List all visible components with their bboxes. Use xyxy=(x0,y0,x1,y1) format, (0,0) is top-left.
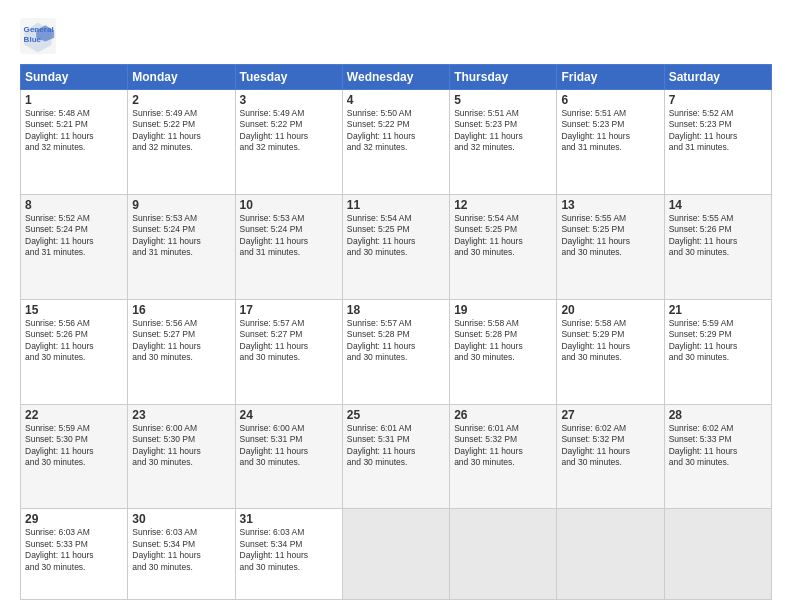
day-info: Sunrise: 5:52 AM Sunset: 5:23 PM Dayligh… xyxy=(669,108,767,154)
weekday-header: Sunday xyxy=(21,65,128,90)
day-info: Sunrise: 5:56 AM Sunset: 5:27 PM Dayligh… xyxy=(132,318,230,364)
day-number: 15 xyxy=(25,303,123,317)
day-info: Sunrise: 5:52 AM Sunset: 5:24 PM Dayligh… xyxy=(25,213,123,259)
day-number: 16 xyxy=(132,303,230,317)
calendar-cell xyxy=(664,509,771,600)
calendar-cell: 3Sunrise: 5:49 AM Sunset: 5:22 PM Daylig… xyxy=(235,90,342,195)
calendar-cell: 30Sunrise: 6:03 AM Sunset: 5:34 PM Dayli… xyxy=(128,509,235,600)
day-number: 4 xyxy=(347,93,445,107)
day-number: 17 xyxy=(240,303,338,317)
day-info: Sunrise: 5:57 AM Sunset: 5:28 PM Dayligh… xyxy=(347,318,445,364)
calendar-cell: 11Sunrise: 5:54 AM Sunset: 5:25 PM Dayli… xyxy=(342,194,449,299)
day-number: 10 xyxy=(240,198,338,212)
calendar-cell: 14Sunrise: 5:55 AM Sunset: 5:26 PM Dayli… xyxy=(664,194,771,299)
day-info: Sunrise: 5:54 AM Sunset: 5:25 PM Dayligh… xyxy=(347,213,445,259)
calendar-cell: 8Sunrise: 5:52 AM Sunset: 5:24 PM Daylig… xyxy=(21,194,128,299)
calendar-cell: 13Sunrise: 5:55 AM Sunset: 5:25 PM Dayli… xyxy=(557,194,664,299)
calendar-header-row: SundayMondayTuesdayWednesdayThursdayFrid… xyxy=(21,65,772,90)
calendar-cell: 19Sunrise: 5:58 AM Sunset: 5:28 PM Dayli… xyxy=(450,299,557,404)
logo-icon: General Blue xyxy=(20,18,56,54)
day-info: Sunrise: 5:50 AM Sunset: 5:22 PM Dayligh… xyxy=(347,108,445,154)
page: General Blue SundayMondayTuesdayWednesda… xyxy=(0,0,792,612)
day-info: Sunrise: 5:53 AM Sunset: 5:24 PM Dayligh… xyxy=(132,213,230,259)
day-number: 22 xyxy=(25,408,123,422)
day-info: Sunrise: 6:01 AM Sunset: 5:31 PM Dayligh… xyxy=(347,423,445,469)
day-number: 23 xyxy=(132,408,230,422)
day-number: 24 xyxy=(240,408,338,422)
day-info: Sunrise: 5:51 AM Sunset: 5:23 PM Dayligh… xyxy=(454,108,552,154)
day-number: 18 xyxy=(347,303,445,317)
day-number: 8 xyxy=(25,198,123,212)
day-number: 9 xyxy=(132,198,230,212)
calendar-cell: 28Sunrise: 6:02 AM Sunset: 5:33 PM Dayli… xyxy=(664,404,771,509)
calendar-cell: 7Sunrise: 5:52 AM Sunset: 5:23 PM Daylig… xyxy=(664,90,771,195)
day-info: Sunrise: 5:57 AM Sunset: 5:27 PM Dayligh… xyxy=(240,318,338,364)
calendar-cell: 27Sunrise: 6:02 AM Sunset: 5:32 PM Dayli… xyxy=(557,404,664,509)
day-number: 6 xyxy=(561,93,659,107)
header: General Blue xyxy=(20,18,772,54)
calendar-cell: 24Sunrise: 6:00 AM Sunset: 5:31 PM Dayli… xyxy=(235,404,342,509)
day-info: Sunrise: 6:00 AM Sunset: 5:31 PM Dayligh… xyxy=(240,423,338,469)
day-info: Sunrise: 6:02 AM Sunset: 5:33 PM Dayligh… xyxy=(669,423,767,469)
weekday-header: Saturday xyxy=(664,65,771,90)
day-info: Sunrise: 5:55 AM Sunset: 5:26 PM Dayligh… xyxy=(669,213,767,259)
day-info: Sunrise: 5:55 AM Sunset: 5:25 PM Dayligh… xyxy=(561,213,659,259)
day-info: Sunrise: 6:03 AM Sunset: 5:34 PM Dayligh… xyxy=(240,527,338,573)
calendar-cell: 16Sunrise: 5:56 AM Sunset: 5:27 PM Dayli… xyxy=(128,299,235,404)
day-info: Sunrise: 6:03 AM Sunset: 5:34 PM Dayligh… xyxy=(132,527,230,573)
day-info: Sunrise: 5:58 AM Sunset: 5:29 PM Dayligh… xyxy=(561,318,659,364)
weekday-header: Tuesday xyxy=(235,65,342,90)
day-info: Sunrise: 5:53 AM Sunset: 5:24 PM Dayligh… xyxy=(240,213,338,259)
calendar-cell: 21Sunrise: 5:59 AM Sunset: 5:29 PM Dayli… xyxy=(664,299,771,404)
calendar-cell xyxy=(557,509,664,600)
calendar-cell: 25Sunrise: 6:01 AM Sunset: 5:31 PM Dayli… xyxy=(342,404,449,509)
day-number: 13 xyxy=(561,198,659,212)
calendar-cell: 9Sunrise: 5:53 AM Sunset: 5:24 PM Daylig… xyxy=(128,194,235,299)
day-info: Sunrise: 5:54 AM Sunset: 5:25 PM Dayligh… xyxy=(454,213,552,259)
weekday-header: Wednesday xyxy=(342,65,449,90)
calendar-cell: 23Sunrise: 6:00 AM Sunset: 5:30 PM Dayli… xyxy=(128,404,235,509)
day-number: 26 xyxy=(454,408,552,422)
day-number: 27 xyxy=(561,408,659,422)
day-info: Sunrise: 5:58 AM Sunset: 5:28 PM Dayligh… xyxy=(454,318,552,364)
day-number: 14 xyxy=(669,198,767,212)
day-info: Sunrise: 5:49 AM Sunset: 5:22 PM Dayligh… xyxy=(240,108,338,154)
calendar-cell: 4Sunrise: 5:50 AM Sunset: 5:22 PM Daylig… xyxy=(342,90,449,195)
calendar-cell: 18Sunrise: 5:57 AM Sunset: 5:28 PM Dayli… xyxy=(342,299,449,404)
logo: General Blue xyxy=(20,18,60,54)
day-number: 21 xyxy=(669,303,767,317)
calendar-cell: 12Sunrise: 5:54 AM Sunset: 5:25 PM Dayli… xyxy=(450,194,557,299)
calendar-cell: 22Sunrise: 5:59 AM Sunset: 5:30 PM Dayli… xyxy=(21,404,128,509)
weekday-header: Friday xyxy=(557,65,664,90)
calendar-cell: 15Sunrise: 5:56 AM Sunset: 5:26 PM Dayli… xyxy=(21,299,128,404)
calendar-cell: 1Sunrise: 5:48 AM Sunset: 5:21 PM Daylig… xyxy=(21,90,128,195)
day-number: 5 xyxy=(454,93,552,107)
day-number: 19 xyxy=(454,303,552,317)
day-number: 30 xyxy=(132,512,230,526)
day-info: Sunrise: 5:51 AM Sunset: 5:23 PM Dayligh… xyxy=(561,108,659,154)
calendar-cell xyxy=(450,509,557,600)
day-number: 25 xyxy=(347,408,445,422)
calendar-cell: 26Sunrise: 6:01 AM Sunset: 5:32 PM Dayli… xyxy=(450,404,557,509)
day-number: 12 xyxy=(454,198,552,212)
day-number: 11 xyxy=(347,198,445,212)
calendar-table: SundayMondayTuesdayWednesdayThursdayFrid… xyxy=(20,64,772,600)
calendar-cell: 10Sunrise: 5:53 AM Sunset: 5:24 PM Dayli… xyxy=(235,194,342,299)
calendar-cell: 5Sunrise: 5:51 AM Sunset: 5:23 PM Daylig… xyxy=(450,90,557,195)
calendar-cell: 29Sunrise: 6:03 AM Sunset: 5:33 PM Dayli… xyxy=(21,509,128,600)
day-info: Sunrise: 6:02 AM Sunset: 5:32 PM Dayligh… xyxy=(561,423,659,469)
day-info: Sunrise: 5:49 AM Sunset: 5:22 PM Dayligh… xyxy=(132,108,230,154)
day-number: 2 xyxy=(132,93,230,107)
calendar-cell: 20Sunrise: 5:58 AM Sunset: 5:29 PM Dayli… xyxy=(557,299,664,404)
day-number: 31 xyxy=(240,512,338,526)
day-info: Sunrise: 5:59 AM Sunset: 5:30 PM Dayligh… xyxy=(25,423,123,469)
weekday-header: Thursday xyxy=(450,65,557,90)
day-number: 1 xyxy=(25,93,123,107)
day-number: 29 xyxy=(25,512,123,526)
calendar-cell: 31Sunrise: 6:03 AM Sunset: 5:34 PM Dayli… xyxy=(235,509,342,600)
day-number: 3 xyxy=(240,93,338,107)
day-number: 20 xyxy=(561,303,659,317)
day-info: Sunrise: 6:01 AM Sunset: 5:32 PM Dayligh… xyxy=(454,423,552,469)
day-info: Sunrise: 5:48 AM Sunset: 5:21 PM Dayligh… xyxy=(25,108,123,154)
calendar-cell: 17Sunrise: 5:57 AM Sunset: 5:27 PM Dayli… xyxy=(235,299,342,404)
